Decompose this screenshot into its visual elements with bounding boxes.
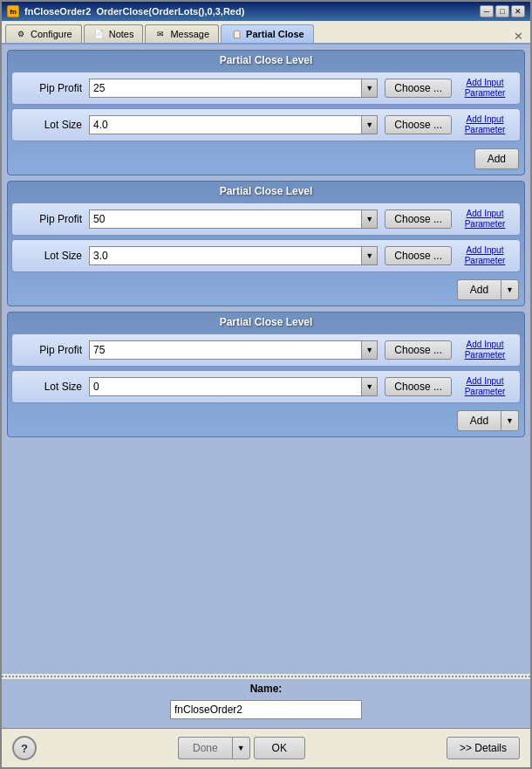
bottom-center-buttons: Done ▼ OK [178, 737, 305, 759]
lot-size-arrow-2[interactable]: ▼ [362, 246, 378, 265]
section-footer-2: Add ▼ [11, 276, 521, 302]
pip-profit-row-2: Pip Profit ▼ Choose ... Add InputParamet… [11, 203, 521, 236]
lot-size-row-3: Lot Size ▼ Choose ... Add InputParameter [11, 370, 521, 403]
lot-size-label-2: Lot Size [21, 250, 82, 262]
pip-profit-arrow-3[interactable]: ▼ [362, 340, 378, 360]
add-button-dropdown-3[interactable]: ▼ [501, 410, 519, 431]
lot-size-arrow-3[interactable]: ▼ [362, 377, 378, 396]
name-input[interactable] [170, 700, 362, 719]
title-bar-controls: ─ □ ✕ [480, 5, 525, 17]
add-button-main-3[interactable]: Add [457, 410, 501, 431]
pip-profit-arrow-2[interactable]: ▼ [362, 209, 378, 229]
pip-profit-input-1[interactable] [89, 79, 362, 98]
partial-close-icon: 📋 [230, 28, 242, 40]
pip-profit-arrow-1[interactable]: ▼ [362, 79, 378, 98]
bottom-bar: ? Done ▼ OK >> Details [2, 728, 530, 767]
tab-notes-label: Notes [109, 29, 134, 39]
pip-profit-input-3[interactable] [89, 340, 362, 360]
section-header-1: Partial Close Level [11, 54, 521, 66]
name-input-wrap [7, 700, 525, 719]
lot-size-select-wrap-2: ▼ [89, 246, 378, 265]
section-footer-1: Add [11, 145, 521, 171]
tab-notes[interactable]: 📄 Notes [84, 24, 144, 43]
title-bar-left: fn fnCloseOrder2 OrderClose(OrderLots(),… [7, 5, 244, 17]
lot-size-select-wrap-1: ▼ [89, 115, 378, 134]
content-area: Partial Close Level Pip Profit ▼ Choose … [2, 45, 530, 674]
add-button-split-2: Add ▼ [457, 279, 519, 300]
lot-size-label-1: Lot Size [21, 119, 82, 131]
help-button[interactable]: ? [12, 736, 37, 760]
pip-profit-select-wrap-1: ▼ [89, 79, 378, 98]
pip-profit-add-param-2[interactable]: Add InputParameter [459, 209, 511, 230]
window-title2: OrderClose(OrderLots(),0,3,Red) [96, 6, 244, 17]
lot-size-add-param-2[interactable]: Add InputParameter [459, 245, 511, 266]
lot-size-row-2: Lot Size ▼ Choose ... Add InputParameter [11, 239, 521, 272]
pip-profit-choose-1[interactable]: Choose ... [385, 79, 452, 98]
tab-message[interactable]: ✉ Message [145, 24, 219, 43]
ok-button[interactable]: OK [254, 737, 305, 759]
close-window-button[interactable]: ✕ [511, 5, 525, 17]
add-button-1[interactable]: Add [474, 148, 519, 169]
title-bar: fn fnCloseOrder2 OrderClose(OrderLots(),… [2, 2, 530, 21]
tab-configure[interactable]: ⚙ Configure [5, 24, 82, 43]
section-panel-3: Partial Close Level Pip Profit ▼ Choose … [7, 312, 525, 437]
pip-profit-select-wrap-3: ▼ [89, 340, 378, 360]
lot-size-input-3[interactable] [89, 377, 362, 396]
pip-profit-label-3: Pip Profit [21, 344, 82, 356]
pip-profit-label-1: Pip Profit [21, 82, 82, 94]
window-title1: fnCloseOrder2 [24, 6, 91, 17]
maximize-button[interactable]: □ [495, 5, 509, 17]
configure-icon: ⚙ [15, 28, 27, 40]
pip-profit-input-2[interactable] [89, 209, 362, 229]
lot-size-add-param-3[interactable]: Add InputParameter [459, 376, 511, 397]
add-button-main-2[interactable]: Add [457, 279, 501, 300]
done-dropdown-button[interactable]: ▼ [232, 737, 250, 759]
lot-size-input-2[interactable] [89, 246, 362, 265]
main-window: fn fnCloseOrder2 OrderClose(OrderLots(),… [0, 0, 532, 769]
pip-profit-label-2: Pip Profit [21, 213, 82, 225]
add-button-dropdown-2[interactable]: ▼ [501, 279, 519, 300]
pip-profit-choose-2[interactable]: Choose ... [385, 209, 452, 229]
lot-size-row-1: Lot Size ▼ Choose ... Add InputParameter [11, 108, 521, 141]
message-icon: ✉ [154, 28, 167, 40]
pip-profit-add-param-3[interactable]: Add InputParameter [459, 340, 511, 360]
name-label: Name: [7, 683, 525, 695]
lot-size-label-3: Lot Size [21, 381, 82, 393]
section-panel-1: Partial Close Level Pip Profit ▼ Choose … [7, 50, 525, 175]
lot-size-choose-2[interactable]: Choose ... [385, 246, 452, 265]
section-footer-3: Add ▼ [11, 407, 521, 433]
name-section: Name: [2, 679, 530, 728]
tab-partial-close[interactable]: 📋 Partial Close [221, 24, 314, 43]
tab-configure-label: Configure [31, 29, 72, 39]
tab-bar: ⚙ Configure 📄 Notes ✉ Message 📋 Partial … [2, 21, 530, 45]
section-panel-2: Partial Close Level Pip Profit ▼ Choose … [7, 181, 525, 306]
main-divider [2, 676, 530, 677]
minimize-button[interactable]: ─ [480, 5, 494, 17]
lot-size-select-wrap-3: ▼ [89, 377, 378, 396]
section-header-3: Partial Close Level [11, 316, 521, 328]
pip-profit-add-param-1[interactable]: Add InputParameter [459, 78, 511, 99]
app-icon: fn [7, 5, 19, 17]
lot-size-arrow-1[interactable]: ▼ [362, 115, 378, 134]
pip-profit-choose-3[interactable]: Choose ... [385, 340, 452, 360]
done-button[interactable]: Done [178, 737, 232, 759]
tab-close-button[interactable]: ✕ [510, 30, 527, 43]
section-header-2: Partial Close Level [11, 185, 521, 197]
tab-message-label: Message [170, 29, 209, 39]
lot-size-choose-3[interactable]: Choose ... [385, 377, 452, 396]
add-button-split-3: Add ▼ [457, 410, 519, 431]
pip-profit-select-wrap-2: ▼ [89, 209, 378, 229]
lot-size-choose-1[interactable]: Choose ... [385, 115, 452, 134]
lot-size-input-1[interactable] [89, 115, 362, 134]
lot-size-add-param-1[interactable]: Add InputParameter [459, 114, 511, 135]
pip-profit-row-1: Pip Profit ▼ Choose ... Add InputParamet… [11, 72, 521, 105]
pip-profit-row-3: Pip Profit ▼ Choose ... Add InputParamet… [11, 333, 521, 367]
details-button[interactable]: >> Details [447, 737, 520, 759]
tab-partial-close-label: Partial Close [246, 29, 304, 39]
notes-icon: 📄 [93, 28, 106, 40]
